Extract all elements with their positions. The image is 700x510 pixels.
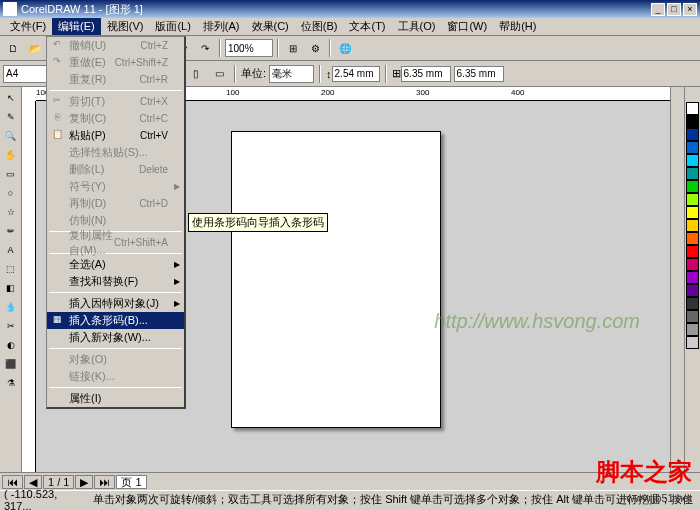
new-icon[interactable]: 🗋 (3, 38, 23, 58)
menu-工具[interactable]: 工具(O) (392, 18, 442, 35)
tool-button[interactable]: ○ (2, 184, 20, 202)
page (231, 131, 441, 428)
menu-item: 删除(L)Delete (47, 161, 184, 178)
tool-button[interactable]: 🔍 (2, 127, 20, 145)
zoom-input[interactable] (225, 39, 273, 57)
color-swatch[interactable] (686, 219, 699, 232)
dup-x-input[interactable] (401, 66, 451, 82)
tool-button[interactable]: ↖ (2, 89, 20, 107)
maximize-button[interactable]: □ (667, 3, 681, 16)
tool-button[interactable]: ✋ (2, 146, 20, 164)
tool-button[interactable]: ✂ (2, 317, 20, 335)
color-swatch[interactable] (686, 128, 699, 141)
color-swatch[interactable] (686, 206, 699, 219)
page-next-button[interactable]: ▶ (75, 475, 93, 489)
menu-item: 符号(Y)▶ (47, 178, 184, 195)
menu-item[interactable]: 全选(A)▶ (47, 256, 184, 273)
color-swatch[interactable] (686, 115, 699, 128)
menu-文件[interactable]: 文件(F) (4, 18, 52, 35)
menu-item[interactable]: 属性(I) (47, 390, 184, 407)
watermark-brand: 脚本之家 (596, 456, 692, 488)
menu-窗口[interactable]: 窗口(W) (441, 18, 493, 35)
menu-item: 复制属性自(M)...Ctrl+Shift+A (47, 234, 184, 251)
tool-button[interactable]: ⚗ (2, 374, 20, 392)
color-swatch[interactable] (686, 193, 699, 206)
watermark-url: http://www.hsvong.com (434, 310, 640, 333)
color-swatch[interactable] (686, 154, 699, 167)
menu-item: 重复(R)Ctrl+R (47, 71, 184, 88)
menu-视图[interactable]: 视图(V) (101, 18, 150, 35)
menu-item[interactable]: 插入新对象(W)... (47, 329, 184, 346)
menu-版面[interactable]: 版面(L) (149, 18, 196, 35)
tool-button[interactable]: ✎ (2, 108, 20, 126)
page-last-button[interactable]: ⏭ (94, 475, 115, 489)
color-swatch[interactable] (686, 141, 699, 154)
color-swatch[interactable] (686, 167, 699, 180)
title-bar: CorelDRAW 11 - [图形 1] _ □ × (0, 0, 700, 18)
tool-button[interactable]: 💧 (2, 298, 20, 316)
tool-button[interactable]: ☆ (2, 203, 20, 221)
menu-效果[interactable]: 效果(C) (246, 18, 295, 35)
color-swatch[interactable] (686, 336, 699, 349)
landscape-icon[interactable]: ▭ (209, 64, 229, 84)
color-swatch[interactable] (686, 102, 699, 115)
edit-menu-dropdown: ↶撤销(U)Ctrl+Z↷重做(E)Ctrl+Shift+Z重复(R)Ctrl+… (46, 36, 186, 409)
scrollbar-vertical[interactable] (670, 87, 684, 472)
page-navigator: ⏮ ◀ 1 / 1 ▶ ⏭ 页 1 (0, 472, 700, 490)
options-icon[interactable]: ⚙ (305, 38, 325, 58)
menu-文本[interactable]: 文本(T) (343, 18, 391, 35)
menu-item: 仿制(N) (47, 212, 184, 229)
dup-y-input[interactable] (454, 66, 504, 82)
menu-item[interactable]: ▦插入条形码(B)... (47, 312, 184, 329)
web-icon[interactable]: 🌐 (335, 38, 355, 58)
tool-button[interactable]: ◧ (2, 279, 20, 297)
color-swatch[interactable] (686, 245, 699, 258)
menu-item[interactable]: 查找和替换(F)▶ (47, 273, 184, 290)
menu-帮助[interactable]: 帮助(H) (493, 18, 542, 35)
color-swatch[interactable] (686, 310, 699, 323)
status-bar: ( -110.523, 317... 单击对象两次可旋转/倾斜；双击工具可选择所… (0, 490, 700, 508)
color-swatch[interactable] (686, 271, 699, 284)
redo-icon[interactable]: ↷ (195, 38, 215, 58)
menu-bar[interactable]: 文件(F)编辑(E)视图(V)版面(L)排列(A)效果(C)位图(B)文本(T)… (0, 18, 700, 36)
page-first-button[interactable]: ⏮ (2, 475, 23, 489)
close-button[interactable]: × (683, 3, 697, 16)
menu-位图[interactable]: 位图(B) (295, 18, 344, 35)
color-swatch[interactable] (686, 232, 699, 245)
tool-button[interactable]: ⬚ (2, 260, 20, 278)
menu-item: 链接(K)... (47, 368, 184, 385)
menu-item: ↷重做(E)Ctrl+Shift+Z (47, 54, 184, 71)
menu-排列[interactable]: 排列(A) (197, 18, 246, 35)
portrait-icon[interactable]: ▯ (186, 64, 206, 84)
cursor-coords: ( -110.523, 317... (4, 488, 85, 511)
tool-button[interactable]: ⬛ (2, 355, 20, 373)
ruler-vertical (22, 101, 36, 472)
color-swatch[interactable] (686, 180, 699, 193)
unit-select[interactable] (269, 65, 314, 83)
menu-item: 对象(O) (47, 351, 184, 368)
tooltip: 使用条形码向导插入条形码 (188, 213, 328, 232)
page-prev-button[interactable]: ◀ (24, 475, 42, 489)
tool-button[interactable]: A (2, 241, 20, 259)
tool-button[interactable]: ◐ (2, 336, 20, 354)
unit-label: 单位: (241, 66, 266, 81)
snap-icon[interactable]: ⊞ (283, 38, 303, 58)
color-palette (684, 87, 700, 472)
status-hint: 单击对象两次可旋转/倾斜；双击工具可选择所有对象；按住 Shift 键单击可选择… (93, 492, 696, 507)
color-swatch[interactable] (686, 258, 699, 271)
menu-编辑[interactable]: 编辑(E) (52, 18, 101, 35)
tool-button[interactable]: ▭ (2, 165, 20, 183)
menu-item[interactable]: 📋粘贴(P)Ctrl+V (47, 127, 184, 144)
color-swatch[interactable] (686, 323, 699, 336)
nudge-input[interactable] (332, 66, 380, 82)
watermark-site: www.jb51.net (627, 492, 692, 504)
minimize-button[interactable]: _ (651, 3, 665, 16)
tool-button[interactable]: ✏ (2, 222, 20, 240)
open-icon[interactable]: 📂 (25, 38, 45, 58)
page-counter: 1 / 1 (43, 475, 74, 489)
menu-item[interactable]: 插入因特网对象(J)▶ (47, 295, 184, 312)
color-swatch[interactable] (686, 284, 699, 297)
color-swatch[interactable] (686, 297, 699, 310)
page-tab[interactable]: 页 1 (116, 475, 146, 489)
menu-item: ↶撤销(U)Ctrl+Z (47, 37, 184, 54)
